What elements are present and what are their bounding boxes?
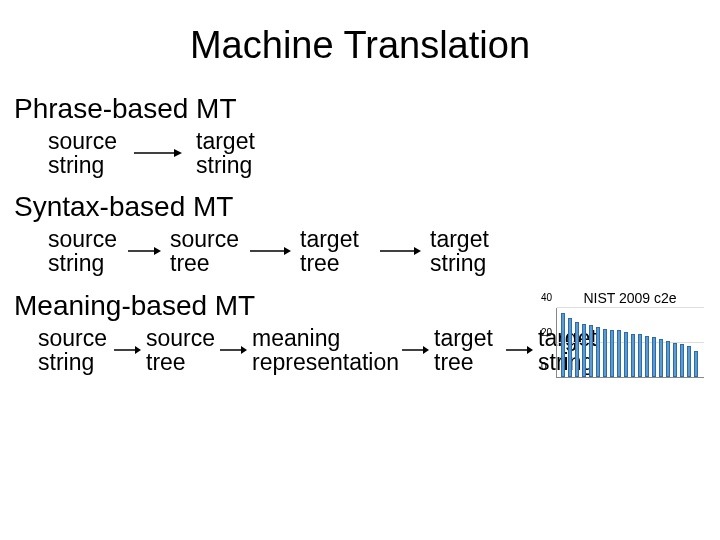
arrow-icon [126,244,162,258]
svg-marker-9 [135,346,141,354]
arrow-icon [400,343,430,357]
row-phrase: sourcestring targetstring [0,129,720,177]
svg-marker-7 [414,247,421,255]
chart-plot-area: 0 20 40 [556,308,704,378]
node-label: sourcetree [170,227,248,275]
chart-bar [575,322,579,377]
svg-marker-15 [527,346,533,354]
chart-ytick: 0 [541,361,547,372]
svg-marker-13 [423,346,429,354]
chart: NIST 2009 c2e 0 20 40 [556,290,704,380]
svg-marker-3 [154,247,161,255]
node-label: targetstring [196,129,280,177]
page-title: Machine Translation [0,0,720,85]
arrow-icon [504,343,534,357]
arrow-icon [218,343,248,357]
chart-bar [673,343,677,378]
node-label: sourcestring [48,129,132,177]
node-label: sourcetree [146,326,218,374]
chart-bar [561,313,565,377]
chart-bar [680,344,684,377]
arrow-icon [132,146,184,160]
section-heading-syntax: Syntax-based MT [0,191,720,223]
chart-bar [687,346,691,377]
arrow-icon [378,244,422,258]
chart-bar [624,332,628,377]
chart-bar [638,334,642,377]
chart-bar [603,329,607,377]
chart-ytick: 40 [541,292,552,303]
arrow-icon [248,244,292,258]
node-label: targetstring [430,227,508,275]
chart-bar [589,325,593,377]
chart-bar [596,327,600,377]
svg-marker-5 [284,247,291,255]
node-label: meaningrepresentation [252,326,400,374]
svg-marker-11 [241,346,247,354]
node-label: sourcestring [38,326,112,374]
chart-bar [582,324,586,377]
chart-bar [645,336,649,377]
chart-bar [631,334,635,377]
node-label: targettree [434,326,504,374]
chart-bar [617,330,621,377]
chart-bar [568,318,572,377]
row-syntax: sourcestring sourcetree targettree targe… [0,227,720,275]
chart-bar [694,351,698,377]
chart-title: NIST 2009 c2e [556,290,704,306]
svg-marker-1 [174,149,182,157]
chart-bar [659,339,663,377]
chart-ytick: 20 [541,326,552,337]
node-label: targettree [300,227,378,275]
arrow-icon [112,343,142,357]
chart-bar [666,341,670,377]
chart-bar [652,337,656,377]
chart-bar [610,330,614,377]
node-label: sourcestring [48,227,126,275]
section-heading-phrase: Phrase-based MT [0,93,720,125]
